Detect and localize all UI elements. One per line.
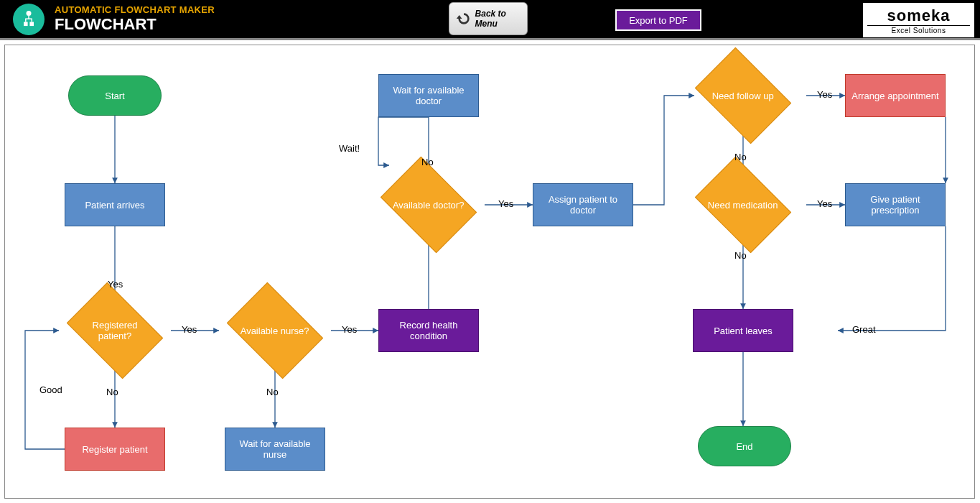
edge-label-no: No bbox=[421, 157, 434, 167]
edge-label-no: No bbox=[106, 387, 118, 397]
node-need-followup[interactable]: Need follow up bbox=[695, 47, 791, 144]
node-registered-patient[interactable]: Registered patient? bbox=[67, 282, 163, 379]
node-arrange-appointment[interactable]: Arrange appointment bbox=[845, 74, 946, 117]
svg-point-0 bbox=[27, 11, 32, 16]
edge-label-yes: Yes bbox=[817, 89, 832, 100]
edge-label-great: Great bbox=[852, 324, 876, 335]
edge-label-wait: Wait! bbox=[339, 143, 360, 154]
edge-label-yes: Yes bbox=[108, 279, 123, 290]
app-title: FLOWCHART bbox=[55, 15, 215, 34]
node-available-nurse[interactable]: Available nurse? bbox=[227, 282, 323, 379]
edge-label-yes: Yes bbox=[498, 198, 513, 209]
back-to-menu-button[interactable]: Back to Menu bbox=[449, 2, 528, 35]
brand-name: someka bbox=[887, 6, 951, 25]
node-need-medication[interactable]: Need medication bbox=[695, 157, 791, 253]
edge-label-yes: Yes bbox=[817, 198, 832, 209]
app-logo-icon bbox=[13, 4, 45, 35]
node-wait-doctor[interactable]: Wait for available doctor bbox=[378, 74, 479, 117]
back-label: Back to Menu bbox=[475, 9, 523, 29]
node-available-doctor[interactable]: Available doctor? bbox=[381, 157, 477, 253]
brand-tagline: Excel Solutions bbox=[867, 25, 970, 34]
node-record-health[interactable]: Record health condition bbox=[378, 309, 479, 352]
edge-label-no: No bbox=[734, 250, 747, 261]
edge-label-yes: Yes bbox=[182, 324, 197, 335]
node-assign-patient[interactable]: Assign patient to doctor bbox=[533, 183, 633, 226]
brand-logo: someka Excel Solutions bbox=[863, 3, 974, 37]
export-to-pdf-button[interactable]: Export to PDF bbox=[615, 9, 701, 31]
node-wait-nurse[interactable]: Wait for available nurse bbox=[225, 428, 325, 471]
edge-label-no: No bbox=[734, 152, 747, 162]
node-start[interactable]: Start bbox=[68, 75, 162, 116]
svg-rect-1 bbox=[24, 22, 28, 26]
node-end[interactable]: End bbox=[698, 426, 791, 466]
svg-rect-2 bbox=[29, 22, 34, 26]
app-subtitle: AUTOMATIC FLOWCHART MAKER bbox=[55, 4, 215, 15]
edge-label-yes: Yes bbox=[342, 324, 357, 335]
edge-label-no: No bbox=[266, 387, 279, 397]
node-register-patient[interactable]: Register patient bbox=[65, 428, 165, 471]
edge-label-good: Good bbox=[39, 384, 62, 395]
node-give-prescription[interactable]: Give patient prescription bbox=[845, 183, 946, 226]
node-patient-leaves[interactable]: Patient leaves bbox=[693, 309, 793, 352]
flowchart-canvas: Start Patient arrives Registered patient… bbox=[4, 45, 975, 499]
back-arrow-icon bbox=[454, 8, 472, 29]
node-patient-arrives[interactable]: Patient arrives bbox=[65, 183, 165, 226]
